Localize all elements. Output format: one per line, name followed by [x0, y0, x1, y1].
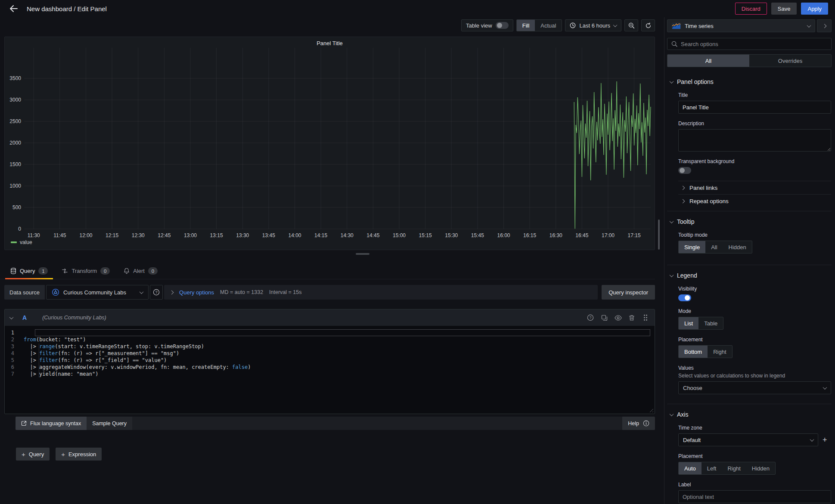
query-inspector-button[interactable]: Query inspector: [602, 285, 655, 300]
tab-transform[interactable]: Transform 0: [56, 263, 115, 279]
add-expression-button[interactable]: + Expression: [56, 448, 102, 461]
panel-title-input[interactable]: [678, 101, 831, 114]
apply-button[interactable]: Apply: [801, 3, 828, 15]
visualization-picker[interactable]: Time series: [667, 19, 815, 32]
tooltip-mode-group-option-all[interactable]: All: [705, 241, 723, 253]
save-button[interactable]: Save: [771, 3, 797, 15]
table-view-label: Table view: [466, 22, 492, 29]
flux-code-editor[interactable]: 12from(bucket: "test")3 |> range(start: …: [5, 326, 655, 377]
pane-divider[interactable]: [664, 17, 664, 504]
code-line-6[interactable]: 6 |> aggregateWindow(every: v.windowPeri…: [5, 364, 655, 371]
description-field-label: Description: [678, 121, 832, 127]
tab-alert[interactable]: Alert 0: [118, 263, 163, 279]
time-range-picker[interactable]: Last 6 hours: [565, 19, 621, 31]
tab-alert-label: Alert: [133, 268, 145, 274]
zoom-out-button[interactable]: [624, 19, 638, 31]
add-query-button[interactable]: + Query: [16, 448, 50, 461]
panel-links-row[interactable]: Panel links: [678, 181, 831, 194]
axis-placement-group: AutoLeftRightHidden: [678, 462, 776, 475]
panel-resize-handle[interactable]: [356, 253, 369, 255]
duplicate-query-button[interactable]: [600, 314, 608, 322]
tooltip-mode-group-option-single[interactable]: Single: [679, 241, 705, 253]
query-editor-header[interactable]: A (Curious Community Labs) ?: [5, 309, 655, 326]
legend-mode-group-option-table[interactable]: Table: [698, 317, 723, 329]
x-tick-label: 16:00: [493, 232, 514, 238]
legend-placement-group-option-bottom[interactable]: Bottom: [679, 346, 708, 358]
legend-values-select[interactable]: Choose: [678, 381, 831, 394]
repeat-options-row[interactable]: Repeat options: [678, 195, 831, 207]
query-options-link[interactable]: Query options: [179, 289, 214, 296]
legend-series-label[interactable]: value: [20, 239, 32, 245]
tooltip-mode-label: Tooltip mode: [678, 232, 832, 238]
series-line-value: [574, 81, 651, 229]
question-circle-icon: ?: [153, 289, 160, 296]
interval-stat: Interval = 15s: [269, 289, 301, 295]
query-help-button[interactable]: ?: [587, 314, 594, 322]
add-timezone-button[interactable]: +: [823, 436, 827, 445]
code-line-1[interactable]: 1: [5, 329, 655, 336]
table-view-toggle[interactable]: [496, 22, 509, 29]
panel-description-textarea[interactable]: [678, 129, 831, 152]
query-ref-id: A: [22, 314, 27, 321]
code-line-3[interactable]: 3 |> range(start: v.timeRangeStart, stop…: [5, 343, 655, 350]
tab-alert-count: 0: [148, 267, 158, 275]
help-button[interactable]: Help: [622, 417, 655, 430]
y-tick-label: 3500: [6, 75, 21, 81]
chevron-right-icon: [681, 186, 685, 190]
axis-placement-group-option-left[interactable]: Left: [702, 462, 722, 474]
search-options-input[interactable]: [681, 41, 827, 47]
datasource-picker[interactable]: Curious Community Labs: [46, 285, 149, 300]
datasource-label: Data source: [4, 285, 45, 300]
legend-placement-group-option-right[interactable]: Right: [708, 346, 732, 358]
chart-svg[interactable]: [5, 37, 653, 231]
eye-icon: [615, 315, 622, 321]
legend-visibility-toggle[interactable]: [678, 294, 691, 301]
main-scrollbar-thumb[interactable]: [658, 220, 660, 250]
options-search-box[interactable]: [667, 38, 832, 50]
collapse-pane-button[interactable]: [817, 19, 832, 32]
legend-section-header[interactable]: Legend: [667, 272, 832, 279]
time-series-chart[interactable]: 050010001500200025003000350011:3011:4512…: [5, 37, 655, 250]
axis-section-header[interactable]: Axis: [667, 411, 832, 418]
y-tick-label: 2500: [6, 118, 21, 124]
code-line-4[interactable]: 4 |> filter(fn: (r) => r["_measurement"]…: [5, 350, 655, 357]
editor-corner-resize[interactable]: [648, 407, 653, 412]
legend-values-placeholder: Choose: [683, 385, 823, 391]
axis-placement-group-option-right[interactable]: Right: [722, 462, 746, 474]
tooltip-mode-group-option-hidden[interactable]: Hidden: [723, 241, 752, 253]
options-filter-tabs-option-overrides[interactable]: Overrides: [749, 55, 831, 67]
fill-actual-group-option-fill[interactable]: Fill: [517, 20, 535, 31]
copy-icon: [601, 315, 608, 321]
refresh-button[interactable]: [641, 19, 655, 31]
code-line-7[interactable]: 7 |> yield(name: "mean"): [5, 371, 655, 377]
back-arrow-icon[interactable]: [7, 2, 21, 15]
delete-query-button[interactable]: [628, 314, 636, 322]
query-options-bar[interactable]: Query options MD = auto = 1332 Interval …: [164, 285, 598, 300]
chart-legend[interactable]: value: [11, 239, 32, 245]
axis-placement-group-option-hidden[interactable]: Hidden: [746, 462, 775, 474]
tab-query-count: 1: [38, 267, 48, 275]
axis-placement-group-option-auto[interactable]: Auto: [679, 462, 702, 474]
drag-handle-icon[interactable]: [642, 314, 649, 322]
tab-query[interactable]: Query 1: [5, 263, 53, 279]
axis-timezone-select[interactable]: Default: [678, 433, 818, 446]
x-tick-label: 15:30: [441, 232, 462, 238]
table-view-toggle-group[interactable]: Table view: [461, 19, 513, 31]
time-range-label: Last 6 hours: [579, 22, 610, 29]
tooltip-section-header[interactable]: Tooltip: [667, 218, 832, 225]
refresh-icon: [645, 22, 652, 29]
hide-query-button[interactable]: [614, 314, 622, 322]
panel-options-section-header[interactable]: Panel options: [667, 78, 832, 85]
search-icon: [671, 41, 677, 47]
legend-mode-group-option-list[interactable]: List: [679, 317, 698, 329]
sample-query-button[interactable]: Sample Query: [87, 417, 132, 430]
transparent-background-toggle[interactable]: [678, 167, 691, 174]
fill-actual-group-option-actual[interactable]: Actual: [535, 20, 562, 31]
code-line-5[interactable]: 5 |> filter(fn: (r) => r["_field"] == "v…: [5, 357, 655, 364]
flux-language-syntax-button[interactable]: Flux language syntax: [16, 417, 87, 430]
code-line-2[interactable]: 2from(bucket: "test"): [5, 336, 655, 343]
axis-label-input[interactable]: [678, 490, 831, 503]
options-filter-tabs-option-all[interactable]: All: [667, 55, 749, 67]
datasource-help-button[interactable]: ?: [150, 285, 163, 300]
discard-button[interactable]: Discard: [735, 3, 767, 15]
